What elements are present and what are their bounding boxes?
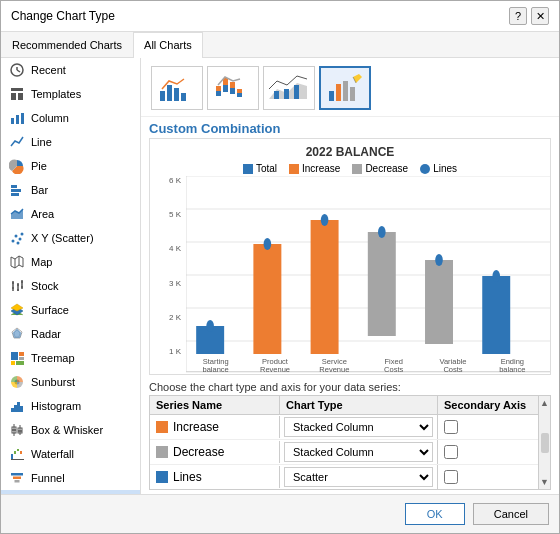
- sidebar-item-column[interactable]: Column: [1, 106, 140, 130]
- svg-rect-74: [284, 89, 289, 99]
- x-label-ending: Endingbalance: [483, 358, 542, 375]
- series-table-label: Choose the chart type and axis for your …: [149, 381, 551, 393]
- scroll-indicator[interactable]: ▲ ▼: [538, 396, 550, 489]
- sidebar-item-line[interactable]: Line: [1, 130, 140, 154]
- sidebar-item-map[interactable]: Map: [1, 250, 140, 274]
- y-label-4k: 4 K: [150, 244, 181, 253]
- svg-rect-71: [237, 89, 242, 93]
- chart-icon-1[interactable]: [151, 66, 203, 110]
- svg-rect-94: [482, 276, 510, 354]
- waterfall-icon: [9, 446, 25, 462]
- svg-point-15: [19, 238, 22, 241]
- sidebar-item-surface[interactable]: Surface: [1, 298, 140, 322]
- cancel-button[interactable]: Cancel: [473, 503, 549, 525]
- series-name-lines: Lines: [150, 466, 280, 488]
- svg-rect-69: [230, 82, 235, 88]
- y-label-3k: 3 K: [150, 279, 181, 288]
- svg-rect-54: [13, 477, 21, 480]
- chart-icon-2[interactable]: [207, 66, 259, 110]
- svg-rect-65: [216, 86, 221, 91]
- series-name-increase: Increase: [150, 416, 280, 438]
- svg-rect-33: [19, 352, 24, 356]
- legend-item-increase: Increase: [289, 163, 340, 174]
- sidebar-item-funnel[interactable]: Funnel: [1, 466, 140, 490]
- sidebar-item-radar[interactable]: Radar: [1, 322, 140, 346]
- axis-checkbox-decrease[interactable]: [444, 445, 458, 459]
- svg-rect-61: [167, 85, 172, 101]
- sidebar-item-area[interactable]: Area: [1, 202, 140, 226]
- series-row-increase: Increase Stacked Column Scatter Line Col…: [150, 415, 538, 440]
- svg-rect-40: [17, 402, 20, 412]
- sidebar-label-area: Area: [31, 208, 54, 220]
- combo-icon-4-svg: [325, 71, 365, 105]
- svg-point-17: [17, 242, 20, 245]
- axis-checkbox-lines[interactable]: [444, 470, 458, 484]
- chart-icon-3[interactable]: [263, 66, 315, 110]
- sidebar: Recent Templates: [1, 58, 141, 494]
- series-select-increase[interactable]: Stacked Column Scatter Line Column: [284, 417, 433, 437]
- series-label-decrease: Decrease: [173, 445, 224, 459]
- series-row-decrease: Decrease Stacked Column Scatter Line Col…: [150, 440, 538, 465]
- svg-rect-32: [11, 352, 18, 360]
- close-button[interactable]: ✕: [531, 7, 549, 25]
- series-table-header: Series Name Chart Type Secondary Axis: [150, 396, 538, 415]
- svg-rect-10: [11, 189, 21, 192]
- tab-all-charts[interactable]: All Charts: [133, 32, 203, 58]
- tab-recommended[interactable]: Recommended Charts: [1, 32, 133, 57]
- bar-chart-icon: [9, 182, 25, 198]
- series-axis-increase: [438, 418, 538, 436]
- x-label-starting: Startingbalance: [186, 358, 245, 375]
- help-button[interactable]: ?: [509, 7, 527, 25]
- sidebar-item-box-whisker[interactable]: Box & Whisker: [1, 418, 140, 442]
- y-label-5k: 5 K: [150, 210, 181, 219]
- chart-type-icons: [141, 58, 559, 117]
- svg-rect-70: [237, 93, 242, 97]
- header-secondary-axis: Secondary Axis: [438, 396, 538, 414]
- svg-point-14: [15, 235, 18, 238]
- chart-bars-svg: [186, 176, 542, 356]
- scroll-down-arrow[interactable]: ▼: [540, 477, 549, 487]
- chart-icon-4[interactable]: [319, 66, 371, 110]
- sidebar-item-stock[interactable]: Stock: [1, 274, 140, 298]
- series-name-decrease: Decrease: [150, 441, 280, 463]
- series-axis-decrease: [438, 443, 538, 461]
- pie-chart-icon: [9, 158, 25, 174]
- svg-rect-90: [253, 244, 281, 354]
- x-label-service: ServiceRevenue: [305, 358, 364, 375]
- funnel-icon: [9, 470, 25, 486]
- svg-rect-68: [230, 88, 235, 94]
- svg-rect-41: [20, 406, 23, 412]
- sidebar-label-radar: Radar: [31, 328, 61, 340]
- sidebar-item-bar[interactable]: Bar: [1, 178, 140, 202]
- svg-rect-52: [11, 459, 24, 460]
- svg-rect-6: [11, 118, 14, 124]
- series-select-lines[interactable]: Stacked Column Scatter Line Column: [284, 467, 433, 487]
- sidebar-label-surface: Surface: [31, 304, 69, 316]
- sidebar-item-treemap[interactable]: Treemap: [1, 346, 140, 370]
- svg-rect-51: [20, 451, 22, 454]
- chart-preview-area: Custom Combination 2022 BALANCE Total In…: [141, 117, 559, 494]
- title-bar: Change Chart Type ? ✕: [1, 1, 559, 32]
- sidebar-item-recent[interactable]: Recent: [1, 58, 140, 82]
- ok-button[interactable]: OK: [405, 503, 465, 525]
- sidebar-item-histogram[interactable]: Histogram: [1, 394, 140, 418]
- chart-preview-title: Custom Combination: [149, 121, 551, 136]
- sidebar-item-sunburst[interactable]: Sunburst: [1, 370, 140, 394]
- axis-checkbox-increase[interactable]: [444, 420, 458, 434]
- scroll-thumb[interactable]: [541, 433, 549, 453]
- y-label-2k: 2 K: [150, 313, 181, 322]
- svg-rect-9: [11, 185, 17, 188]
- histogram-icon: [9, 398, 25, 414]
- series-select-decrease[interactable]: Stacked Column Scatter Line Column: [284, 442, 433, 462]
- sidebar-label-scatter: X Y (Scatter): [31, 232, 94, 244]
- series-table-main: Series Name Chart Type Secondary Axis In…: [150, 396, 538, 489]
- svg-rect-93: [425, 260, 453, 344]
- header-series-name: Series Name: [150, 396, 280, 414]
- sidebar-item-templates[interactable]: Templates: [1, 82, 140, 106]
- scroll-up-arrow[interactable]: ▲: [540, 398, 549, 408]
- sidebar-item-waterfall[interactable]: Waterfall: [1, 442, 140, 466]
- legend-item-decrease: Decrease: [352, 163, 408, 174]
- sidebar-item-pie[interactable]: Pie: [1, 154, 140, 178]
- sidebar-item-scatter[interactable]: X Y (Scatter): [1, 226, 140, 250]
- svg-rect-64: [216, 91, 221, 96]
